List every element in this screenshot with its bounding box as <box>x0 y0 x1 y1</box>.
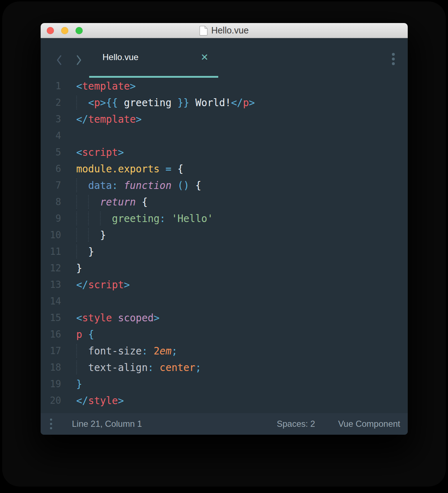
code-text: p { <box>76 326 94 343</box>
code-token: center <box>160 362 195 373</box>
code-token: greeting <box>124 97 177 108</box>
code-token: style <box>82 312 112 324</box>
code-token: > <box>118 395 124 406</box>
tab-label: Hello.vue <box>102 38 138 76</box>
traffic-lights <box>47 23 83 38</box>
code-token: ; <box>195 362 201 373</box>
tab-hello-vue[interactable]: Hello.vue ✕ <box>89 38 218 78</box>
code-token: font-size <box>88 345 142 357</box>
line-number: 20 <box>41 392 61 409</box>
line-number: 4 <box>41 127 61 144</box>
code-token <box>172 180 178 191</box>
line-number: 11 <box>41 243 61 260</box>
code-token: > <box>249 97 255 108</box>
code-token: script <box>88 279 124 290</box>
code-token: : <box>160 213 166 224</box>
code-token <box>118 180 124 191</box>
status-menu-icon[interactable] <box>50 419 52 429</box>
code-line[interactable]: 4 <box>41 127 408 144</box>
code-line[interactable]: 2 <p>{{ greeting }} World!</p> <box>41 94 408 111</box>
code-line[interactable]: 17 font-size: 2em; <box>41 343 408 359</box>
line-number: 16 <box>41 326 61 343</box>
indent-setting-label[interactable]: Spaces: 2 <box>277 419 315 429</box>
code-line[interactable]: 16p { <box>41 326 408 343</box>
code-line[interactable]: 8 return { <box>41 194 408 210</box>
line-number: 10 <box>41 227 61 243</box>
code-token: style <box>88 395 118 406</box>
code-line[interactable]: 14 <box>41 293 408 309</box>
code-token: {{ <box>106 97 124 108</box>
code-token <box>189 180 196 191</box>
code-token: return <box>100 196 136 208</box>
code-text: </script> <box>76 276 130 293</box>
tab-overflow-menu-icon[interactable] <box>392 53 395 65</box>
indent-guide-line <box>88 195 89 209</box>
chevron-left-icon[interactable] <box>56 53 63 68</box>
line-number: 1 <box>41 78 61 94</box>
code-line[interactable]: 13</script> <box>41 276 408 293</box>
code-token: = <box>165 163 172 175</box>
line-number: 5 <box>41 144 61 160</box>
code-token: </ <box>76 279 88 290</box>
code-token: template <box>82 80 130 92</box>
code-line[interactable]: 7 data: function () { <box>41 177 408 194</box>
syntax-mode-label[interactable]: Vue Component <box>338 419 400 429</box>
line-number: 7 <box>41 177 61 194</box>
code-line[interactable]: 18 text-align: center; <box>41 359 408 376</box>
code-token: p <box>243 97 249 108</box>
code-text: data: function () { <box>76 177 201 194</box>
tabbar: Hello.vue ✕ <box>41 38 408 78</box>
code-line[interactable]: 11 } <box>41 243 408 260</box>
indent-guide-line <box>76 245 77 258</box>
line-number: 13 <box>41 276 61 293</box>
line-number: 9 <box>41 210 61 227</box>
code-token: World! <box>189 97 231 108</box>
code-token <box>76 97 88 108</box>
code-line[interactable]: 20</style> <box>41 392 408 409</box>
code-text: <p>{{ greeting }} World!</p> <box>76 94 255 111</box>
traffic-light-minimize-button[interactable] <box>61 27 68 34</box>
traffic-light-close-button[interactable] <box>47 27 54 34</box>
line-number: 17 <box>41 343 61 359</box>
tab-close-icon[interactable]: ✕ <box>201 38 209 76</box>
code-line[interactable]: 5<script> <box>41 144 408 160</box>
code-text: <template> <box>76 78 136 94</box>
traffic-light-zoom-button[interactable] <box>76 27 83 34</box>
code-token: { <box>177 163 183 175</box>
code-token: module.exports <box>76 163 160 175</box>
indent-guide-line <box>76 178 77 192</box>
code-line[interactable]: 19} <box>41 376 408 392</box>
indent-guide-line <box>76 228 77 242</box>
code-token: < <box>76 80 82 92</box>
code-token: p <box>76 329 82 340</box>
code-line[interactable]: 10 } <box>41 227 408 243</box>
titlebar[interactable]: Hello.vue <box>41 23 408 38</box>
code-line[interactable]: 3</template> <box>41 111 408 127</box>
chevron-right-icon[interactable] <box>76 53 82 68</box>
code-token <box>148 345 154 357</box>
code-text: font-size: 2em; <box>76 343 178 359</box>
code-editor[interactable]: 1<template>2 <p>{{ greeting }} World!</p… <box>41 78 408 413</box>
code-token <box>76 345 88 357</box>
code-line[interactable]: 15<style scoped> <box>41 309 408 326</box>
code-line[interactable]: 12} <box>41 260 408 276</box>
code-token <box>76 246 88 257</box>
code-token <box>112 312 118 324</box>
line-number: 18 <box>41 359 61 376</box>
code-line[interactable]: 6module.exports = { <box>41 160 408 177</box>
code-line[interactable]: 1<template> <box>41 78 408 94</box>
code-text: greeting: 'Hello' <box>76 210 213 227</box>
code-token: 2 <box>154 345 160 357</box>
code-token <box>82 329 88 340</box>
code-token: > <box>136 113 142 125</box>
code-token: 'Hello' <box>172 213 213 224</box>
code-token <box>172 163 178 175</box>
line-number: 6 <box>41 160 61 177</box>
code-token: em <box>160 345 172 357</box>
code-text: return { <box>76 194 148 210</box>
indent-guide-line <box>76 96 77 109</box>
indent-guide-line <box>88 212 89 225</box>
code-line[interactable]: 9 greeting: 'Hello' <box>41 210 408 227</box>
code-text: } <box>76 243 94 260</box>
code-token <box>136 196 142 208</box>
